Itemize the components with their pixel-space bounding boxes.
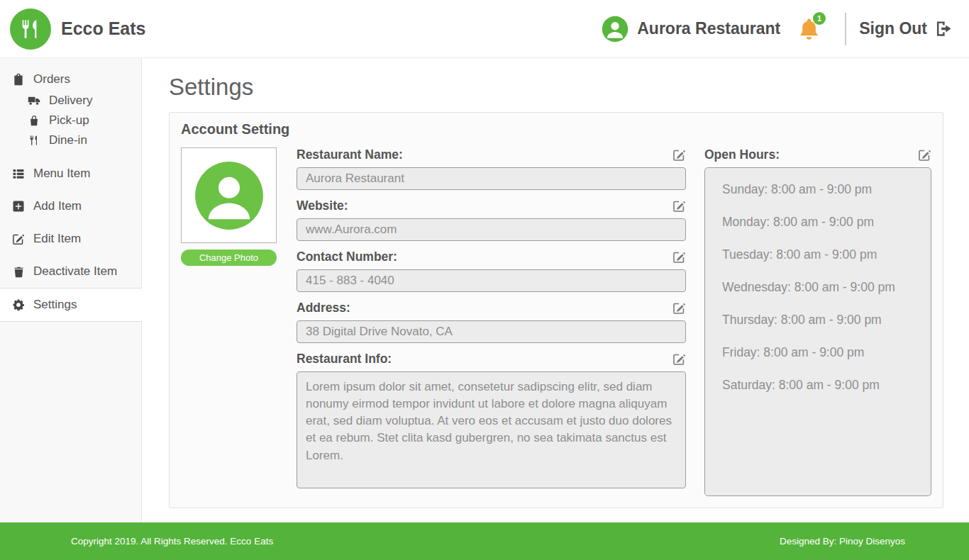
open-hours-monday: Monday: 8:00 am - 9:00 pm	[722, 215, 914, 230]
address-input[interactable]	[297, 320, 686, 343]
sidebar-nav: Orders Delivery	[0, 58, 142, 522]
sidebar-item-label: Delivery	[49, 94, 92, 108]
notification-badge: 1	[813, 12, 826, 25]
sidebar-item-label: Orders	[33, 72, 70, 86]
sign-out-icon	[934, 19, 953, 38]
edit-website-icon[interactable]	[672, 199, 686, 213]
sidebar-item-label: Dine-in	[49, 133, 87, 147]
open-hours-sunday: Sunday: 8:00 am - 9:00 pm	[722, 182, 914, 197]
list-icon	[11, 167, 26, 180]
open-hours-thursday: Thursday: 8:00 am - 9:00 pm	[722, 313, 914, 327]
person-avatar-icon	[194, 160, 265, 231]
field-contact-number: Contact Number:	[297, 250, 686, 292]
user-avatar-icon	[602, 16, 629, 43]
footer-copyright: Copyright 2019. All Rights Reserved. Ecc…	[71, 536, 273, 547]
field-website: Website:	[297, 198, 686, 241]
bell-icon	[797, 30, 821, 43]
contact-number-label: Contact Number:	[297, 250, 397, 264]
edit-open-hours-icon[interactable]	[918, 148, 931, 162]
open-hours-column: Open Hours: Sunday: 8:00 am - 9:00 pm Mo…	[704, 147, 931, 496]
sidebar-item-label: Add Item	[33, 199, 82, 213]
clipboard-icon	[11, 73, 26, 86]
sidebar-item-edit-item[interactable]: Edit Item	[0, 223, 141, 255]
shopping-bag-icon	[27, 115, 41, 126]
sidebar-item-label: Deactivate Item	[33, 264, 117, 279]
sidebar-item-orders[interactable]: Orders	[0, 67, 141, 91]
sign-out-label: Sign Out	[859, 19, 927, 38]
plus-square-icon	[11, 200, 26, 213]
trash-icon	[11, 266, 26, 278]
sidebar-item-delivery[interactable]: Delivery	[0, 91, 141, 111]
restaurant-name-input[interactable]	[297, 167, 686, 190]
edit-restaurant-info-icon[interactable]	[672, 352, 686, 366]
field-restaurant-info: Restaurant Info: Lorem ipsum dolor sit a…	[297, 352, 686, 488]
edit-restaurant-name-icon[interactable]	[672, 148, 686, 162]
sidebar-item-menu-item[interactable]: Menu Item	[0, 157, 141, 190]
top-header: Ecco Eats Aurora Restaurant	[0, 0, 969, 58]
website-label: Website:	[297, 198, 348, 213]
open-hours-friday: Friday: 8:00 am - 9:00 pm	[722, 345, 914, 360]
card-body: Change Photo Restaurant Name:	[181, 147, 931, 496]
sidebar-item-label: Edit Item	[33, 232, 81, 246]
edit-contact-number-icon[interactable]	[672, 250, 686, 264]
address-label: Address:	[297, 301, 350, 315]
app-shell: Orders Delivery	[0, 58, 969, 522]
brand-name: Ecco Eats	[61, 18, 146, 39]
open-hours-label: Open Hours:	[704, 147, 780, 162]
contact-number-input[interactable]	[297, 269, 686, 292]
change-photo-button[interactable]: Change Photo	[181, 250, 277, 266]
sidebar-item-settings[interactable]: Settings	[0, 288, 142, 322]
sign-out-button[interactable]: Sign Out	[859, 19, 953, 38]
open-hours-saturday: Saturday: 8:00 am - 9:00 pm	[722, 378, 914, 393]
header-divider	[845, 13, 846, 45]
open-hours-wednesday: Wednesday: 8:00 am - 9:00 pm	[722, 280, 914, 295]
open-hours-box: Sunday: 8:00 am - 9:00 pm Monday: 8:00 a…	[704, 167, 931, 496]
sidebar-item-dine-in[interactable]: Dine-in	[0, 130, 141, 150]
sidebar-item-label: Pick-up	[49, 113, 89, 128]
sidebar-item-label: Settings	[33, 298, 77, 312]
truck-icon	[27, 94, 41, 107]
account-name: Aurora Restaurant	[637, 19, 780, 38]
ecco-eats-logo-icon	[10, 9, 51, 50]
field-address: Address:	[297, 301, 686, 343]
page-footer: Copyright 2019. All Rights Reserved. Ecc…	[0, 522, 969, 560]
restaurant-info-label: Restaurant Info:	[297, 352, 392, 366]
field-restaurant-name: Restaurant Name:	[297, 147, 686, 190]
utensils-icon	[27, 135, 41, 146]
open-hours-tuesday: Tuesday: 8:00 am - 9:00 pm	[722, 247, 914, 262]
footer-designed-by: Designed By: Pinoy Disenyos	[780, 536, 905, 547]
notifications-button[interactable]: 1	[797, 17, 821, 40]
brand[interactable]: Ecco Eats	[10, 9, 146, 50]
sidebar-item-add-item[interactable]: Add Item	[0, 190, 141, 223]
gear-icon	[11, 298, 26, 311]
edit-address-icon[interactable]	[672, 301, 686, 315]
account-menu[interactable]: Aurora Restaurant	[602, 16, 780, 43]
profile-photo-placeholder	[181, 147, 277, 243]
page-title: Settings	[169, 74, 943, 101]
card-title: Account Setting	[181, 121, 931, 138]
app-root: Ecco Eats Aurora Restaurant	[0, 0, 969, 560]
restaurant-name-label: Restaurant Name:	[297, 147, 403, 162]
edit-square-icon	[11, 233, 26, 245]
restaurant-info-textarea[interactable]: Lorem ipsum dolor sit amet, consetetur s…	[297, 371, 686, 488]
sidebar-item-pick-up[interactable]: Pick-up	[0, 111, 141, 130]
sidebar-item-deactivate-item[interactable]: Deactivate Item	[0, 255, 141, 288]
fields-column: Restaurant Name: Website:	[297, 147, 686, 496]
account-setting-card: Account Setting	[169, 112, 943, 508]
header-actions: Aurora Restaurant 1 Sign Out	[602, 13, 953, 45]
main-content: Settings Account Setting	[142, 58, 969, 522]
photo-column: Change Photo	[181, 147, 277, 496]
sidebar-item-label: Menu Item	[33, 167, 90, 181]
website-input[interactable]	[297, 218, 686, 241]
